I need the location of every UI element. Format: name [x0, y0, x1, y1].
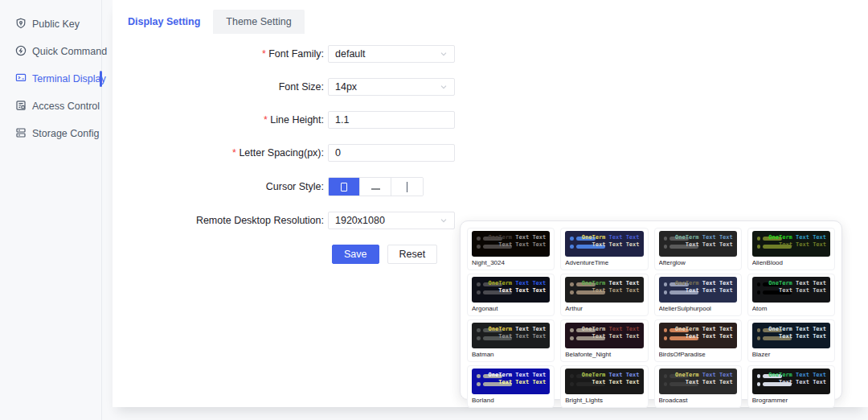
- theme-tile[interactable]: OneTerm Text Text Text Text Text Argonau…: [467, 274, 555, 316]
- tab-theme-setting[interactable]: Theme Setting: [213, 10, 304, 34]
- theme-preview: OneTerm Text Text Text Text Text: [752, 323, 830, 348]
- theme-tile[interactable]: OneTerm Text Text Text Text Text Atelier…: [654, 274, 742, 316]
- resolution-value: 1920x1080: [335, 215, 385, 226]
- line-height-label: Line Height:: [113, 114, 328, 126]
- preview-bullet: [477, 328, 481, 332]
- theme-tile[interactable]: OneTerm Text Text Text Text Text AlienBl…: [747, 228, 835, 270]
- sidebar-item-label: Storage Config: [32, 128, 99, 139]
- theme-tile[interactable]: OneTerm Text Text Text Text Text Atom: [747, 274, 835, 316]
- theme-preview: OneTerm Text Text Text Text Text: [565, 323, 643, 348]
- theme-tile[interactable]: OneTerm Text Text Text Text Text Aftergl…: [654, 228, 742, 270]
- preview-bullet: [664, 282, 668, 286]
- preview-bullet: [757, 374, 761, 378]
- font-size-row: Font Size: 14px: [113, 78, 868, 96]
- cursor-underline-option[interactable]: [360, 178, 391, 196]
- theme-preview: OneTerm Text Text Text Text Text: [659, 369, 737, 394]
- preview-bullet: [570, 336, 574, 340]
- preview-text: OneTerm Text Text Text Text Text: [582, 326, 640, 340]
- theme-name: Batman: [472, 351, 550, 359]
- line-height-input[interactable]: [328, 111, 455, 129]
- terminal-icon: [15, 72, 27, 86]
- theme-tile[interactable]: OneTerm Text Text Text Text Text Belafon…: [560, 319, 648, 362]
- letter-spacing-input[interactable]: [328, 144, 455, 162]
- preview-bullet: [757, 237, 761, 241]
- preview-text: OneTerm Text Text Text Text Text: [675, 234, 733, 249]
- preview-bullet: [757, 328, 761, 332]
- theme-name: Night_3024: [472, 259, 550, 267]
- settings-sidebar: Public Key Quick Command Terminal Displa…: [0, 0, 102, 420]
- theme-name: Belafonte_Night: [565, 351, 643, 359]
- preview-bullet: [757, 245, 761, 249]
- sidebar-item-quick-command[interactable]: Quick Command: [0, 38, 101, 65]
- theme-preview: OneTerm Text Text Text Text Text: [565, 231, 643, 257]
- preview-text: OneTerm Text Text Text Text Text: [489, 372, 547, 386]
- theme-tile[interactable]: OneTerm Text Text Text Text Text Bright_…: [560, 365, 648, 408]
- theme-tile[interactable]: OneTerm Text Text Text Text Text Batman: [467, 319, 555, 362]
- font-family-value: default: [335, 48, 366, 60]
- cursor-style-row: Cursor Style:: [113, 177, 868, 196]
- theme-tile[interactable]: OneTerm Text Text Text Text Text Broadca…: [654, 365, 742, 408]
- theme-preview: OneTerm Text Text Text Text Text: [472, 323, 550, 348]
- cursor-block-option[interactable]: [329, 178, 360, 196]
- theme-tile[interactable]: OneTerm Text Text Text Text Text Brogram…: [747, 365, 835, 408]
- theme-tile[interactable]: OneTerm Text Text Text Text Text Night_3…: [467, 228, 555, 270]
- preview-bullet: [570, 282, 574, 286]
- theme-tile[interactable]: OneTerm Text Text Text Text Text Borland: [467, 365, 555, 408]
- cursor-bar-option[interactable]: [391, 178, 423, 196]
- sidebar-item-label: Quick Command: [32, 46, 107, 57]
- theme-picker-popup: OneTerm Text Text Text Text Text Night_3…: [460, 220, 842, 400]
- theme-preview: OneTerm Text Text Text Text Text: [565, 369, 643, 394]
- active-indicator: [100, 71, 102, 87]
- theme-name: AdventureTime: [565, 259, 643, 267]
- shield-icon: [15, 18, 27, 31]
- theme-name: Broadcast: [659, 397, 737, 405]
- sidebar-item-terminal-display[interactable]: Terminal Display: [0, 65, 101, 93]
- chevron-down-icon: [440, 83, 448, 91]
- preview-bullet: [664, 374, 668, 378]
- theme-tile[interactable]: OneTerm Text Text Text Text Text Adventu…: [560, 228, 648, 270]
- resolution-select[interactable]: 1920x1080: [328, 212, 455, 229]
- preview-bullet: [477, 382, 481, 386]
- theme-name: Atom: [752, 305, 830, 313]
- database-icon: [15, 127, 27, 141]
- font-size-select[interactable]: 14px: [328, 78, 455, 96]
- preview-text: OneTerm Text Text Text Text Text: [768, 372, 826, 386]
- theme-name: Argonaut: [472, 305, 550, 313]
- theme-name: BirdsOfParadise: [659, 351, 737, 359]
- theme-tile[interactable]: OneTerm Text Text Text Text Text BirdsOf…: [654, 319, 742, 362]
- reset-button[interactable]: Reset: [387, 245, 438, 264]
- font-family-select[interactable]: default: [328, 45, 455, 63]
- chevron-down-icon: [440, 216, 448, 224]
- sidebar-item-storage-config[interactable]: Storage Config: [0, 120, 101, 147]
- save-button[interactable]: Save: [332, 245, 379, 264]
- sidebar-item-label: Access Control: [32, 101, 100, 112]
- preview-text: OneTerm Text Text Text Text Text: [768, 234, 826, 249]
- font-size-label: Font Size:: [113, 81, 328, 93]
- cursor-style-group: [328, 177, 424, 196]
- preview-text: OneTerm Text Text Text Text Text: [768, 280, 826, 294]
- theme-name: Arthur: [565, 305, 643, 313]
- letter-spacing-label: Letter Spacing(px):: [113, 147, 328, 159]
- preview-bullet: [757, 290, 761, 294]
- block-cursor-icon: [341, 183, 347, 191]
- line-height-row: Line Height:: [113, 111, 868, 129]
- preview-bullet: [570, 237, 574, 241]
- theme-preview: OneTerm Text Text Text Text Text: [659, 323, 737, 348]
- preview-bullet: [477, 336, 481, 340]
- preview-bullet: [570, 245, 574, 249]
- cursor-style-label: Cursor Style:: [113, 181, 328, 192]
- settings-tabs: Display Setting Theme Setting: [113, 0, 868, 34]
- preview-text: OneTerm Text Text Text Text Text: [675, 280, 733, 294]
- sidebar-item-public-key[interactable]: Public Key: [0, 10, 101, 38]
- sidebar-item-access-control[interactable]: Access Control: [0, 93, 101, 120]
- theme-name: AtelierSulphurpool: [659, 305, 737, 313]
- preview-bullet: [477, 237, 481, 241]
- preview-bullet: [664, 336, 668, 340]
- theme-tile[interactable]: OneTerm Text Text Text Text Text Arthur: [560, 274, 648, 316]
- chevron-down-icon: [440, 50, 448, 58]
- theme-tile[interactable]: OneTerm Text Text Text Text Text Blazer: [747, 319, 835, 362]
- preview-text: OneTerm Text Text Text Text Text: [582, 234, 640, 249]
- theme-name: AlienBlood: [752, 259, 830, 267]
- preview-text: OneTerm Text Text Text Text Text: [582, 280, 640, 294]
- tab-display-setting[interactable]: Display Setting: [115, 10, 213, 34]
